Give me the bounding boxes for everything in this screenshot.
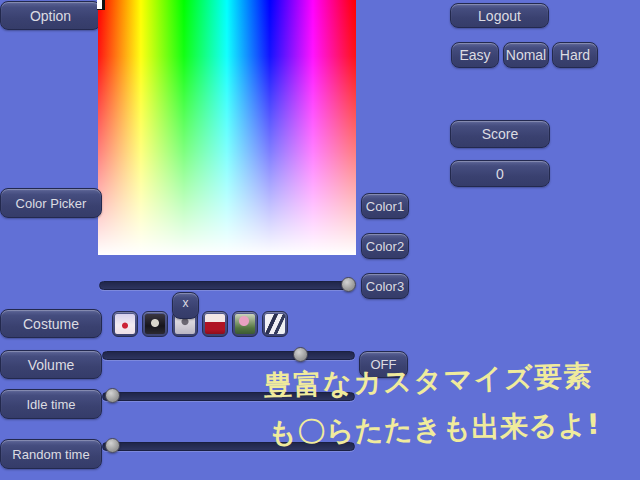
color3-button[interactable]: Color3 bbox=[361, 273, 409, 299]
score-value: 0 bbox=[450, 160, 550, 187]
costume-thumbnail-5-image bbox=[235, 314, 255, 334]
color-gradient-picker[interactable] bbox=[98, 0, 356, 255]
costume-thumbnail-1[interactable] bbox=[112, 311, 138, 337]
random-time-slider-handle[interactable] bbox=[105, 438, 120, 453]
option-button[interactable]: Option bbox=[0, 1, 101, 30]
random-time-button[interactable]: Random time bbox=[0, 439, 102, 469]
costume-thumbnail-1-image bbox=[115, 314, 135, 334]
costume-thumbnail-6[interactable] bbox=[262, 311, 288, 337]
difficulty-nomal-button[interactable]: Nomal bbox=[503, 42, 549, 68]
costume-button[interactable]: Costume bbox=[0, 309, 102, 338]
volume-button[interactable]: Volume bbox=[0, 350, 102, 379]
hue-slider-track[interactable] bbox=[99, 281, 355, 290]
volume-slider-track[interactable] bbox=[102, 351, 355, 360]
costume-thumbnail-2-image bbox=[145, 314, 165, 334]
logout-button[interactable]: Logout bbox=[450, 3, 549, 28]
costume-thumbnail-2[interactable] bbox=[142, 311, 168, 337]
volume-slider-handle[interactable] bbox=[293, 347, 308, 362]
costume-thumbnail-6-image bbox=[265, 314, 285, 334]
idle-time-slider-track[interactable] bbox=[102, 392, 355, 401]
off-button[interactable]: OFF bbox=[359, 351, 408, 378]
difficulty-hard-button[interactable]: Hard bbox=[552, 42, 598, 68]
color-picker-button[interactable]: Color Picker bbox=[0, 188, 102, 218]
random-time-slider-track[interactable] bbox=[102, 442, 355, 451]
hue-slider-handle[interactable] bbox=[341, 277, 356, 292]
costume-thumbnail-5[interactable] bbox=[232, 311, 258, 337]
costume-close-button[interactable]: x bbox=[172, 292, 199, 319]
costume-thumbnail-4[interactable] bbox=[202, 311, 228, 337]
idle-time-slider-handle[interactable] bbox=[105, 388, 120, 403]
idle-time-button[interactable]: Idle time bbox=[0, 389, 102, 419]
picker-cursor-marker bbox=[97, 0, 105, 10]
color1-button[interactable]: Color1 bbox=[361, 193, 409, 219]
costume-thumbnail-4-image bbox=[205, 314, 225, 334]
score-button[interactable]: Score bbox=[450, 120, 550, 148]
color2-button[interactable]: Color2 bbox=[361, 233, 409, 259]
game-settings-screen: Option Color1 Color2 Color3 Color Picker… bbox=[0, 0, 640, 480]
difficulty-easy-button[interactable]: Easy bbox=[451, 42, 499, 68]
